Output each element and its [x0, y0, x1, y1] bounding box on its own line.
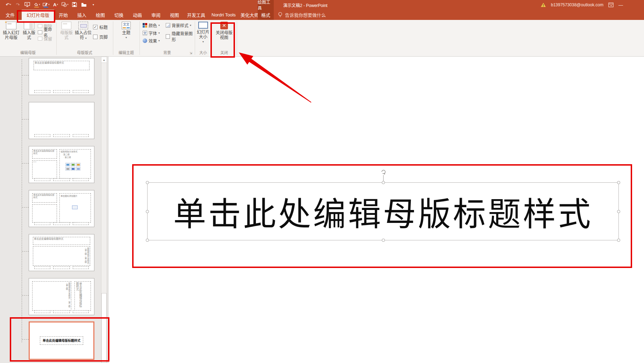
- insert-placeholder-button[interactable]: 插入占位符 ▾: [75, 22, 92, 41]
- hide-background-checkbox-box: [166, 34, 170, 39]
- thumbnail-master[interactable]: 单击此处编辑母版标题样式: [29, 58, 94, 95]
- slide-size-button[interactable]: 幻灯片大小 ▾: [196, 22, 210, 44]
- insert-layout-icon: ✶: [24, 22, 34, 29]
- rename-button[interactable]: 重命名: [38, 29, 56, 35]
- panel-scrollbar[interactable]: ▲: [101, 57, 107, 363]
- group-edit-master: ✶ 插入幻灯片母版 ✶ 插入版式 删除 重命名 保留 编辑母版: [0, 20, 56, 56]
- tab-developer[interactable]: 开发工具: [187, 10, 205, 20]
- start-slideshow-button[interactable]: [24, 1, 31, 8]
- slide-size-icon: [198, 22, 208, 29]
- thumbnail-layout-blank[interactable]: [29, 102, 94, 139]
- insert-placeholder-icon: [78, 22, 88, 29]
- thumbnail-layout-content[interactable]: 单击此处编辑母版标题样式 ▪▪▪▪▪▪▪ 编辑母版文本样式 · 第二级 · 第三…: [29, 146, 94, 183]
- resize-handle-w[interactable]: [146, 210, 149, 213]
- background-dialog-launcher[interactable]: ⇲: [189, 51, 193, 55]
- insert-slide-master-button[interactable]: ✶ 插入幻灯片母版: [2, 22, 20, 40]
- resize-handle-n[interactable]: [382, 181, 385, 184]
- group-master-layout: 母版版式 插入占位符 ▾ ✓ 标题 页脚 母版版式: [57, 20, 113, 56]
- undo-button[interactable]: ↶▾: [5, 1, 12, 8]
- tab-format[interactable]: 格式: [258, 10, 274, 20]
- insert-slide-master-icon: ✶: [6, 22, 16, 29]
- preserve-icon: [38, 37, 42, 41]
- scroll-up-button[interactable]: ▲: [101, 57, 107, 63]
- background-styles-button[interactable]: 背景样式▾: [166, 22, 191, 28]
- tell-me-box[interactable]: 告诉我你想要做什么: [278, 10, 326, 20]
- group-label-background: 背景: [140, 50, 194, 55]
- resize-handle-sw[interactable]: [146, 239, 149, 242]
- picture-icon: [72, 205, 78, 209]
- resize-handle-nw[interactable]: [146, 181, 149, 184]
- hide-background-graphics-checkbox[interactable]: 隐藏背景图形: [166, 30, 194, 42]
- tab-draw[interactable]: 绘图: [96, 10, 105, 20]
- draw-color-bar: [44, 7, 48, 8]
- scrollbar-thumb[interactable]: [101, 293, 107, 363]
- fill-color-bar: [34, 7, 39, 8]
- shape-format-button[interactable]: ▾: [62, 1, 69, 8]
- save-button[interactable]: [71, 1, 78, 8]
- rotation-handle[interactable]: [380, 168, 387, 175]
- tab-slide-master[interactable]: 幻灯片母版: [22, 10, 54, 20]
- redo-button[interactable]: ↷: [14, 1, 21, 8]
- open-button[interactable]: [80, 1, 87, 8]
- rename-icon: [38, 30, 42, 34]
- hierarchy-line: [22, 59, 22, 342]
- draw-button[interactable]: ▾: [43, 1, 50, 8]
- themes-icon: 文文: [122, 22, 131, 29]
- insert-layout-button[interactable]: ✶ 插入版式: [21, 22, 37, 40]
- group-label-master-layout: 母版版式: [57, 50, 113, 55]
- mini-footer-placeholder: [53, 90, 70, 93]
- tab-review[interactable]: 审阅: [151, 10, 160, 20]
- rotation-handle-stem: [383, 175, 384, 181]
- mini-title-placeholder: 单击此处编辑母版标题样式: [34, 61, 90, 70]
- slide-canvas[interactable]: 单击此处编辑母版标题样式: [109, 57, 644, 363]
- lightbulb-icon: [278, 12, 282, 18]
- effects-button[interactable]: 效果▾: [143, 37, 160, 44]
- resize-handle-se[interactable]: [617, 239, 620, 242]
- shapes-icon: [62, 2, 67, 7]
- content-icons: [65, 163, 80, 170]
- fonts-button[interactable]: 文 字体▾: [143, 30, 160, 36]
- master-layout-button[interactable]: 母版版式: [59, 22, 74, 40]
- colors-button[interactable]: 颜色▾: [143, 22, 160, 28]
- preserve-button[interactable]: 保留: [38, 35, 52, 42]
- footer-checkbox-box: [93, 35, 98, 39]
- ribbon-tab-bar: 文件 幻灯片母版 开始 插入 绘图 切换 动画 审阅 视图 开发工具 Nordr…: [0, 10, 644, 20]
- font-color-button[interactable]: A ▾: [52, 1, 59, 8]
- account-email[interactable]: b1397573038@outlook.com: [551, 2, 603, 7]
- tab-nordri-tools[interactable]: Nordri Tools: [212, 10, 236, 20]
- tab-animations[interactable]: 动画: [133, 10, 142, 20]
- title-placeholder-textbox[interactable]: 单击此处编辑母版标题样式: [147, 182, 619, 240]
- close-master-view-button[interactable]: ✕ 关闭母版视图: [214, 22, 234, 40]
- resize-handle-e[interactable]: [617, 210, 620, 213]
- ribbon-display-options-icon[interactable]: [608, 2, 614, 7]
- thumbnail-layout-picture[interactable]: 单击此处编辑母版标题样式 单击图标添加图片: [29, 190, 94, 227]
- warning-icon: [541, 2, 546, 7]
- minimize-button[interactable]: —: [618, 2, 623, 8]
- master-layout-icon: [62, 22, 71, 29]
- group-close: ✕ 关闭母版视图 关闭: [212, 20, 236, 56]
- themes-button[interactable]: 文文 主题 ▾: [119, 22, 134, 40]
- tab-home[interactable]: 开始: [59, 10, 68, 20]
- thumbnail-layout-selected[interactable]: 单击此处编辑母版标题样式: [29, 321, 94, 360]
- resize-handle-s[interactable]: [382, 239, 385, 242]
- tab-beautify-master[interactable]: 美化大师: [241, 10, 259, 20]
- thumbnail-layout-vertical-title[interactable]: 编辑母版文本样式 · 第二级 · 第三级 单击此处编辑母版标题样式: [29, 278, 94, 315]
- pencil-icon: [43, 2, 48, 7]
- tab-file[interactable]: 文件: [6, 10, 15, 20]
- delete-icon: [38, 24, 42, 28]
- tab-view[interactable]: 视图: [170, 10, 179, 20]
- folder-icon: [81, 2, 87, 7]
- thumbnail-layout-vertical-text[interactable]: 单击此处编辑母版标题样式 编辑母版文本样式 · 第二级 · 第三级: [29, 234, 94, 271]
- shape-fill-button[interactable]: ▾: [33, 1, 40, 8]
- customize-qat-button[interactable]: ▾: [90, 1, 97, 8]
- fonts-icon: 文: [143, 31, 147, 35]
- title-placeholder-text[interactable]: 单击此处编辑母版标题样式: [148, 183, 618, 240]
- slide-thumbnail-panel: 单击此处编辑母版标题样式 单击此处编辑母版标题样式 ▪▪▪▪▪▪▪ 编辑母版文本…: [0, 57, 108, 363]
- close-master-view-icon: ✕: [220, 22, 228, 29]
- title-checkbox[interactable]: ✓ 标题: [93, 24, 108, 30]
- tab-insert[interactable]: 插入: [77, 10, 86, 20]
- resize-handle-ne[interactable]: [617, 181, 620, 184]
- footer-checkbox[interactable]: 页脚: [93, 34, 108, 40]
- font-color-bar: [53, 7, 58, 8]
- tab-transitions[interactable]: 切换: [114, 10, 123, 20]
